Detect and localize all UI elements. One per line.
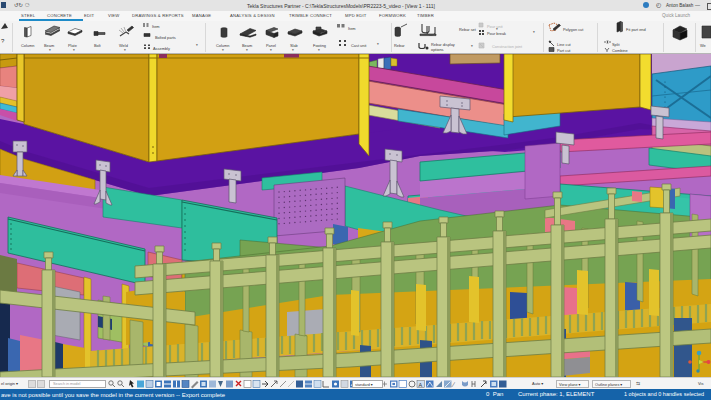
svg-text:?: ? [1,38,5,44]
svg-text:A: A [419,382,423,388]
svg-text:∕: ∕ [451,381,456,388]
